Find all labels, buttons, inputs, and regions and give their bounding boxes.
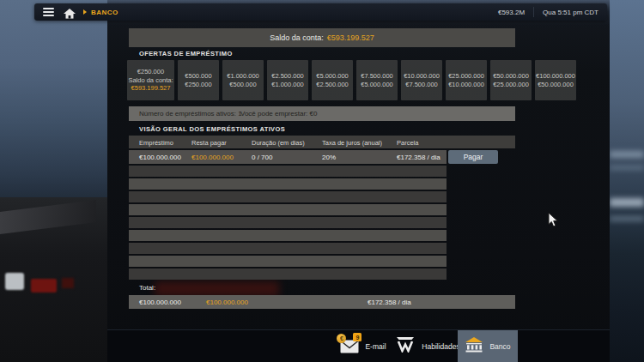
cloud-streak bbox=[610, 151, 644, 158]
background-sky-right bbox=[610, 0, 644, 362]
home-icon[interactable] bbox=[64, 7, 76, 17]
bank-icon bbox=[465, 337, 483, 356]
offer-top: €10.000.000 bbox=[404, 72, 440, 81]
offer-top: €25.000.000 bbox=[448, 72, 484, 81]
offer-bottom: €1.000.000 bbox=[271, 81, 304, 89]
loans-info-bar: Número de empréstimos ativos: 1 Você pod… bbox=[129, 106, 515, 121]
loan-remaining: €100.000.000 bbox=[191, 154, 234, 161]
offer-bottom: €7.500.000 bbox=[405, 81, 438, 89]
loan-offer-card[interactable]: €2.500.000 €1.000.000 bbox=[267, 60, 308, 100]
total-label: Total: bbox=[139, 284, 155, 292]
email-badge: 9 bbox=[353, 333, 361, 341]
offer-amount: €250.000 bbox=[137, 68, 164, 76]
offer-bottom: €10.000.000 bbox=[448, 81, 484, 89]
offer-top: €5.000.000 bbox=[316, 72, 349, 81]
empty-loan-row bbox=[129, 204, 447, 215]
account-balance-short: €593.2M bbox=[498, 9, 525, 16]
loan-offers-row: €250.000 Saldo da conta: €593.199.527 €5… bbox=[127, 60, 582, 100]
loan-installment: €172.358 / dia bbox=[397, 154, 440, 161]
loan-offer-card[interactable]: €500.000 €250.000 bbox=[178, 60, 219, 100]
offer-top: €7.500.000 bbox=[361, 72, 393, 81]
active-loans-count: Número de empréstimos ativos: 1 bbox=[139, 110, 242, 118]
loan-interest: 20% bbox=[322, 154, 336, 161]
loan-amount: €100.000.000 bbox=[139, 154, 181, 161]
offer-bottom: €250.000 bbox=[185, 81, 211, 89]
col-taxa-juros: Taxa de juros (anual) bbox=[322, 139, 382, 147]
skills-icon bbox=[395, 337, 416, 356]
loan-duration: 0 / 700 bbox=[252, 154, 272, 161]
empty-loan-row bbox=[129, 178, 447, 190]
col-emprestimo: Empréstimo bbox=[139, 139, 173, 147]
offer-top: €50.000.000 bbox=[493, 72, 529, 81]
loan-offer-card[interactable]: €100.000.000 €50.000.000 bbox=[535, 60, 576, 100]
cloud-streak bbox=[610, 216, 644, 221]
menu-icon[interactable] bbox=[43, 8, 54, 16]
empty-loan-row bbox=[129, 166, 447, 177]
cloud-streak bbox=[610, 166, 644, 170]
col-resta-pagar: Resta pagar bbox=[191, 139, 227, 147]
loan-offer-card[interactable]: €7.500.000 €5.000.000 bbox=[356, 60, 398, 100]
offer-bottom: €2.500.000 bbox=[316, 81, 349, 89]
loan-offer-card[interactable]: €1.000.000 €500.000 bbox=[222, 60, 264, 100]
col-parcela: Parcela bbox=[397, 139, 418, 147]
cloud-streak bbox=[610, 198, 644, 207]
offer-bottom: €50.000.000 bbox=[538, 81, 574, 89]
tab-email-label: E-mail bbox=[365, 342, 386, 351]
total-row: €100.000.000 €100.000.000 €172.358 / dia bbox=[129, 295, 515, 309]
loan-offer-card[interactable]: €10.000.000 €7.500.000 bbox=[401, 60, 442, 100]
tab-email[interactable]: € 9 E-mail bbox=[327, 330, 399, 362]
total-loan: €100.000.000 bbox=[139, 299, 181, 306]
loans-table-header: Empréstimo Resta pagar Duração (em dias)… bbox=[129, 136, 515, 148]
tab-banco-label: Banco bbox=[489, 342, 510, 351]
total-remaining: €100.000.000 bbox=[206, 299, 248, 306]
loan-offer-card[interactable]: €25.000.000 €10.000.000 bbox=[446, 60, 487, 100]
loan-offers-title: OFERTAS DE EMPRÉSTIMO bbox=[139, 50, 233, 57]
breadcrumb[interactable]: BANCO bbox=[91, 9, 118, 16]
offer-balance-label: Saldo da conta: bbox=[128, 76, 173, 85]
top-bar: BANCO €593.2M Qua 5:51 pm CDT bbox=[34, 3, 607, 21]
tab-habilidades[interactable]: Habilidades bbox=[398, 330, 458, 362]
active-loans-title: VISÃO GERAL DOS EMPRÉSTIMOS ATIVOS bbox=[139, 125, 285, 133]
offer-bottom: €5.000.000 bbox=[361, 81, 393, 89]
offer-bottom: €25.000.000 bbox=[493, 81, 529, 89]
empty-loan-row bbox=[129, 230, 447, 241]
loan-offer-card-selected[interactable]: €250.000 Saldo da conta: €593.199.527 bbox=[127, 60, 174, 100]
mouse-cursor bbox=[548, 212, 559, 232]
topbar-divider bbox=[533, 7, 534, 17]
offer-balance-value: €593.199.527 bbox=[131, 84, 171, 93]
breadcrumb-chevron-icon bbox=[83, 9, 87, 15]
loan-row: €100.000.000 €100.000.000 0 / 700 20% €1… bbox=[129, 150, 447, 164]
bottom-tab-bar: € 9 E-mail Habilidades Banco bbox=[107, 329, 610, 362]
empty-loan-row bbox=[129, 191, 447, 202]
empty-loan-row bbox=[129, 243, 447, 254]
total-installment: €172.358 / dia bbox=[368, 299, 411, 306]
col-duracao: Duração (em dias) bbox=[252, 139, 305, 147]
pay-button[interactable]: Pagar bbox=[448, 150, 498, 164]
tab-banco-active[interactable]: Banco bbox=[458, 330, 518, 362]
truck-tail-light-dim bbox=[62, 278, 74, 288]
truck-reverse-light bbox=[5, 273, 24, 290]
empty-loan-row bbox=[129, 217, 447, 228]
balance-label: Saldo da conta: bbox=[270, 33, 324, 42]
loan-offer-card[interactable]: €50.000.000 €25.000.000 bbox=[490, 60, 532, 100]
envelope-icon: € 9 bbox=[340, 340, 359, 353]
offer-top: €500.000 bbox=[185, 72, 211, 81]
borrow-capacity: Você pode emprestar: €0 bbox=[240, 110, 317, 118]
empty-loan-rows bbox=[129, 166, 447, 281]
tab-habilidades-label: Habilidades bbox=[422, 342, 459, 351]
offer-top: €1.000.000 bbox=[227, 72, 259, 81]
truck-tail-light bbox=[31, 279, 57, 293]
empty-loan-row bbox=[129, 256, 447, 267]
offer-top: €100.000.000 bbox=[536, 72, 575, 81]
account-balance-bar: Saldo da conta: €593.199.527 bbox=[129, 28, 515, 47]
offer-top: €2.500.000 bbox=[271, 72, 304, 81]
game-datetime: Qua 5:51 pm CDT bbox=[543, 9, 598, 16]
balance-amount: €593.199.527 bbox=[327, 33, 374, 42]
loan-offer-card[interactable]: €5.000.000 €2.500.000 bbox=[312, 60, 353, 100]
offer-bottom: €500.000 bbox=[229, 81, 256, 89]
empty-loan-row bbox=[129, 268, 447, 280]
